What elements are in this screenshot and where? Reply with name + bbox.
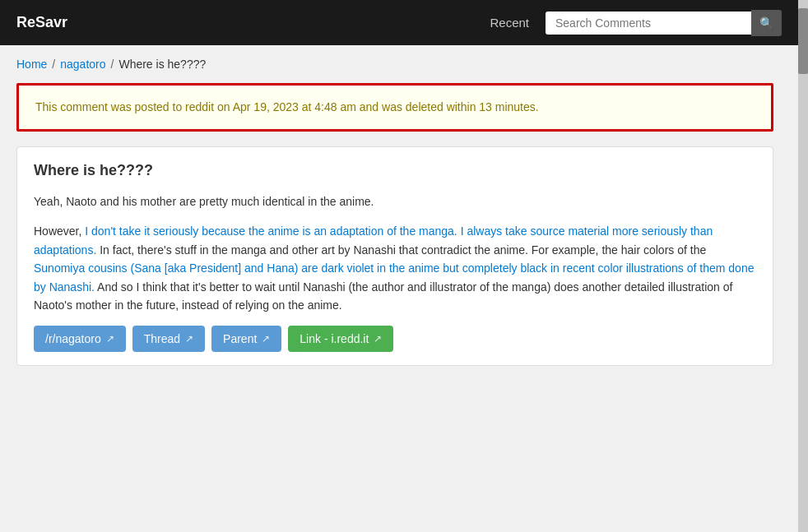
comment-actions: /r/nagatoro ↗ Thread ↗ Parent ↗ Link - i… (34, 326, 756, 352)
external-icon-2: ↗ (185, 333, 193, 345)
breadcrumb-sep2: / (111, 58, 114, 71)
comment-paragraph-2: However, I don't take it seriously becau… (34, 222, 756, 314)
scrollbar[interactable] (798, 0, 808, 532)
alert-text: This comment was posted to reddit on Apr… (35, 100, 539, 113)
search-button[interactable]: 🔍 (751, 10, 782, 36)
thread-button[interactable]: Thread ↗ (132, 326, 205, 352)
comment-paragraph-1: Yeah, Naoto and his mother are pretty mu… (34, 192, 756, 210)
comment-card: Where is he???? Yeah, Naoto and his moth… (16, 146, 773, 366)
page-wrapper: ReSavr Recent 🔍 Home / nagatoro / Where … (0, 0, 808, 532)
subreddit-button[interactable]: /r/nagatoro ↗ (34, 326, 126, 352)
external-icon-3: ↗ (262, 333, 270, 345)
link-label: Link - i.redd.it (300, 332, 369, 345)
main-content: Home / nagatoro / Where is he???? This c… (0, 45, 790, 378)
page-content: ReSavr Recent 🔍 Home / nagatoro / Where … (0, 0, 798, 532)
alert-box: This comment was posted to reddit on Apr… (16, 83, 773, 132)
thread-label: Thread (144, 332, 180, 345)
search-container: 🔍 (546, 10, 782, 36)
comment-title: Where is he???? (34, 162, 756, 179)
link-button[interactable]: Link - i.redd.it ↗ (288, 326, 393, 352)
header-nav: Recent 🔍 (490, 10, 782, 36)
breadcrumb-nagatoro[interactable]: nagatoro (60, 58, 105, 71)
subreddit-label: /r/nagatoro (45, 332, 101, 345)
external-icon-4: ↗ (374, 333, 382, 345)
scrollbar-thumb[interactable] (798, 8, 808, 74)
app-title: ReSavr (16, 14, 67, 31)
search-icon: 🔍 (759, 16, 773, 30)
breadcrumb-sep1: / (52, 58, 55, 71)
recent-link[interactable]: Recent (490, 16, 529, 30)
search-input[interactable] (546, 12, 751, 35)
breadcrumb-home[interactable]: Home (16, 58, 47, 71)
parent-button[interactable]: Parent ↗ (211, 326, 281, 352)
header: ReSavr Recent 🔍 (0, 0, 798, 45)
breadcrumb-current: Where is he???? (118, 58, 206, 71)
external-icon-1: ↗ (106, 333, 114, 345)
comment-body: Yeah, Naoto and his mother are pretty mu… (34, 192, 756, 314)
parent-label: Parent (223, 332, 257, 345)
breadcrumb: Home / nagatoro / Where is he???? (16, 58, 773, 71)
